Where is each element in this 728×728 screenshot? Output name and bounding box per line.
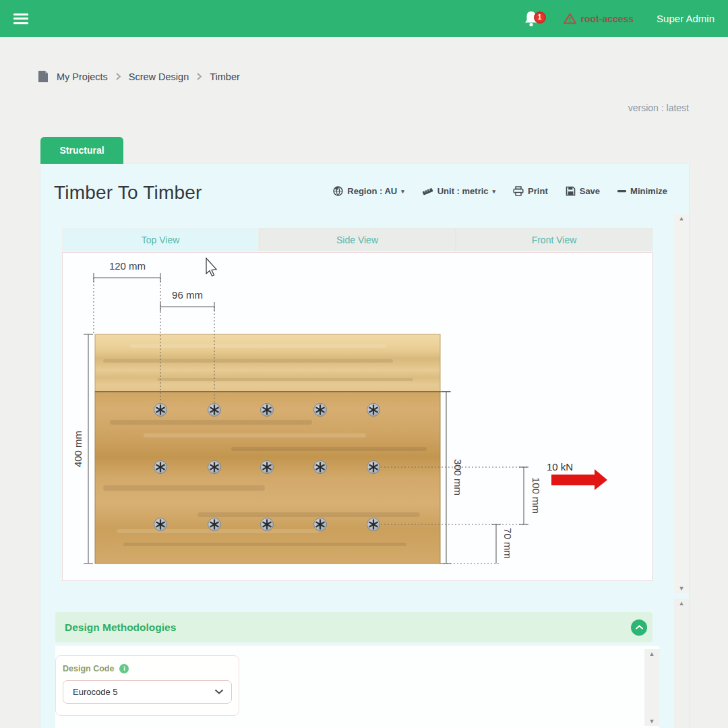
top-view-diagram: 120 mm 96 mm 400 mm 300 mm	[62, 252, 653, 581]
caret-down-icon: ▾	[493, 188, 496, 195]
screw-icon	[261, 461, 274, 474]
ruler-icon	[422, 187, 433, 196]
screw-icon	[208, 404, 221, 417]
scroll-down-icon[interactable]: ▼	[674, 584, 689, 593]
timber-to-timber-panel: Timber To Timber Region : AU ▾ Unit : me…	[40, 164, 689, 728]
design-code-value: Eurocode 5	[73, 687, 118, 697]
timber-member-top	[95, 334, 440, 392]
dim-label-96mm: 96 mm	[172, 289, 203, 301]
view-tabs: Top View Side View Front View	[62, 228, 653, 251]
lower-scrollbar[interactable]: ▲	[674, 599, 689, 728]
screw-icon	[367, 461, 380, 474]
diagram-scrollbar[interactable]: ▲ ▼	[674, 214, 689, 593]
collapse-button[interactable]	[631, 619, 647, 636]
design-methodologies-header[interactable]: Design Methodologies	[55, 612, 653, 642]
minus-icon	[617, 190, 626, 193]
save-button[interactable]: Save	[566, 186, 600, 196]
screw-icon	[208, 461, 221, 474]
unit-label: Unit : metric	[437, 186, 489, 196]
printer-icon	[513, 186, 524, 196]
caret-down-icon: ▾	[401, 188, 404, 195]
tab-side-view[interactable]: Side View	[259, 228, 456, 251]
screw-icon	[261, 404, 274, 417]
timber-member-bottom	[95, 392, 440, 564]
chevron-up-icon	[636, 625, 643, 630]
screw-icon	[314, 461, 327, 474]
breadcrumb-item-screw-design[interactable]: Screw Design	[129, 71, 189, 82]
print-label: Print	[528, 186, 548, 196]
dim-70	[440, 524, 501, 564]
screw-icon	[314, 404, 327, 417]
screw-icon	[154, 461, 167, 474]
screw-icon	[208, 518, 221, 531]
dim-label-400mm: 400 mm	[72, 431, 84, 467]
globe-icon	[333, 186, 343, 196]
minimize-button[interactable]: Minimize	[617, 186, 667, 196]
screw-icon	[261, 518, 274, 531]
screw-icon	[367, 518, 380, 531]
design-code-card: Design Code i Eurocode 5	[55, 655, 239, 716]
breadcrumb-item-timber[interactable]: Timber	[210, 71, 240, 82]
chevron-right-icon	[116, 73, 121, 80]
tab-front-view[interactable]: Front View	[456, 228, 653, 251]
design-code-select[interactable]: Eurocode 5	[63, 680, 232, 704]
tab-structural[interactable]: Structural	[40, 137, 123, 164]
design-methodologies-body: Design Code i Eurocode 5 ▲ ▼	[55, 646, 659, 728]
info-icon[interactable]: i	[119, 664, 129, 673]
scroll-up-icon[interactable]: ▲	[674, 214, 689, 223]
dim-label-100mm: 100 mm	[530, 477, 542, 514]
menu-button[interactable]	[13, 13, 28, 24]
dim-300	[442, 392, 451, 564]
scroll-down-icon[interactable]: ▼	[644, 717, 659, 726]
save-label: Save	[580, 186, 600, 196]
design-methodologies-title: Design Methodologies	[65, 621, 176, 634]
chevron-down-icon	[215, 690, 223, 694]
dim-label-300mm: 300 mm	[452, 459, 464, 495]
breadcrumb: My Projects Screw Design Timber	[38, 70, 240, 83]
toolbar: Region : AU ▾ Unit : metric ▾ Print	[333, 186, 667, 196]
screw-icon	[154, 518, 167, 531]
dim-label-70mm: 70 mm	[502, 528, 514, 559]
notification-badge: 1	[534, 11, 546, 24]
dim-label-120mm: 120 mm	[109, 260, 146, 272]
notifications-button[interactable]: 1	[523, 10, 541, 28]
print-button[interactable]: Print	[513, 186, 548, 196]
scroll-up-icon[interactable]: ▲	[674, 599, 689, 608]
document-icon	[38, 70, 49, 83]
screw-icon	[154, 404, 167, 417]
warning-icon	[564, 13, 576, 24]
load-label: 10 kN	[547, 461, 573, 473]
mouse-cursor	[206, 258, 216, 276]
timber-diagram-svg: 120 mm 96 mm 400 mm 300 mm	[63, 253, 652, 580]
root-access-label: root-access	[581, 13, 634, 24]
dim-400	[84, 334, 93, 564]
region-dropdown[interactable]: Region : AU ▾	[333, 186, 404, 196]
app-header: 1 root-access Super Admin	[0, 0, 728, 37]
design-section-scrollbar[interactable]: ▲ ▼	[644, 649, 659, 726]
unit-dropdown[interactable]: Unit : metric ▾	[422, 186, 495, 196]
region-label: Region : AU	[347, 186, 397, 196]
screw-icon	[367, 404, 380, 417]
version-label: version : latest	[628, 102, 689, 113]
root-access-alert[interactable]: root-access	[564, 13, 634, 24]
save-icon	[566, 186, 576, 196]
scroll-up-icon[interactable]: ▲	[644, 649, 659, 659]
chevron-right-icon	[197, 73, 202, 80]
design-code-label: Design Code	[63, 664, 114, 673]
breadcrumb-item-my-projects[interactable]: My Projects	[57, 71, 108, 82]
user-menu[interactable]: Super Admin	[657, 13, 715, 24]
screw-icon	[314, 518, 327, 531]
page-title: Timber To Timber	[54, 182, 202, 204]
minimize-label: Minimize	[630, 186, 667, 196]
tab-top-view[interactable]: Top View	[62, 228, 259, 251]
